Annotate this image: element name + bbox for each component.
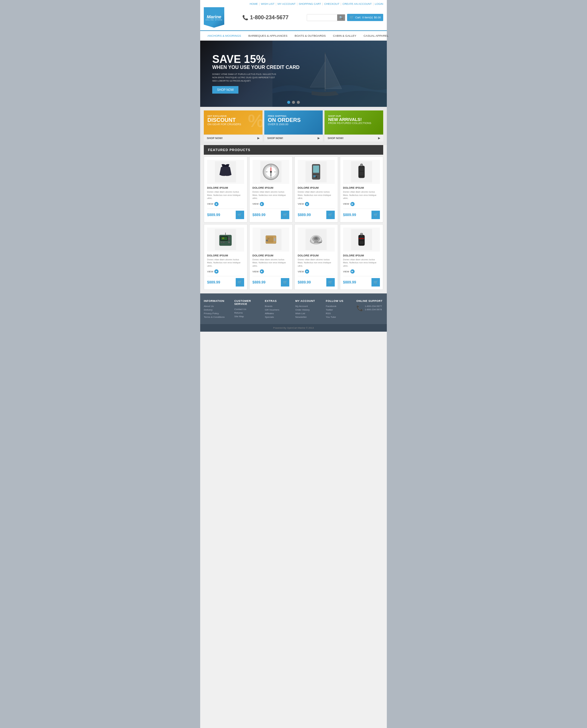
nav-anchors[interactable]: ANCHORS & MOORINGS bbox=[204, 31, 245, 40]
nav-wishlist[interactable]: WISH LIST bbox=[261, 2, 275, 5]
view-label-1: VIEW bbox=[207, 202, 213, 205]
svg-rect-16 bbox=[313, 166, 319, 173]
product-footer-4: $889.99 🛒 bbox=[343, 209, 380, 219]
product-view-7[interactable]: VIEW ▶ bbox=[298, 269, 335, 273]
product-name-1: DOLORE IPSUM bbox=[207, 186, 244, 189]
promo-arrivals-content: SHOP OUR NEW ARRIVALS! FROM FEATURED COL… bbox=[325, 111, 383, 135]
svg-text:16: 16 bbox=[222, 237, 224, 239]
cart-button[interactable]: 🛒 Cart: 0 item(s) $0.00 bbox=[347, 14, 383, 21]
footer-link-about[interactable]: About Us bbox=[204, 305, 231, 308]
promo-arrow-1: ▶ bbox=[257, 137, 259, 140]
nav-boats[interactable]: BOATS & OUTBOARDS bbox=[291, 31, 329, 40]
footer-phone-icon: 📞 bbox=[356, 305, 363, 312]
footer-link-sitemap[interactable]: Site Map bbox=[234, 315, 261, 318]
footer-col-extras: EXTRAS Brands Gift Vouchers Affiliates S… bbox=[265, 299, 292, 319]
footer-link-orderhistory[interactable]: Order History bbox=[295, 309, 322, 311]
footer-link-vouchers[interactable]: Gift Vouchers bbox=[265, 309, 292, 311]
product-desc-5: Donec vitae diam ulcorec luctus filisis.… bbox=[207, 258, 244, 268]
footer-link-newsletter[interactable]: Newsletter bbox=[295, 316, 322, 318]
search-input[interactable] bbox=[307, 15, 337, 21]
add-to-cart-button-6[interactable]: 🛒 bbox=[281, 278, 289, 287]
footer-title-information: INFORMATION bbox=[204, 299, 231, 302]
view-label-7: VIEW bbox=[298, 270, 304, 273]
hero-content: SAVE 15% WHEN YOU USE YOUR CREDIT CARD D… bbox=[200, 45, 311, 103]
footer-title-customer-service: CUSTOMER SERVICE bbox=[234, 299, 261, 306]
nav-cabin[interactable]: CABIN & GALLEY bbox=[329, 31, 360, 40]
product-card-3: DOLORE IPSUM Donec vitae diam ulcorec lu… bbox=[295, 156, 338, 222]
footer-link-returns[interactable]: Returns bbox=[234, 312, 261, 314]
nav-home[interactable]: HOME bbox=[250, 2, 258, 5]
product-view-1[interactable]: VIEW ▶ bbox=[207, 202, 244, 206]
add-to-cart-button-5[interactable]: 🛒 bbox=[236, 278, 244, 287]
svg-rect-34 bbox=[223, 242, 225, 243]
product-card-8: DOLORE IPSUM Donec vitae diam ulcorec lu… bbox=[340, 224, 383, 290]
product-price-3: $889.99 bbox=[298, 213, 311, 217]
footer-link-youtube[interactable]: You Tube bbox=[326, 316, 352, 318]
product-desc-4: Donec vitae diam ulcorec luctus filisis.… bbox=[343, 191, 380, 200]
footer-link-twitter[interactable]: Twitter bbox=[326, 309, 352, 311]
hero-cta-button[interactable]: SHOP NOW bbox=[212, 86, 238, 94]
view-icon-7: ▶ bbox=[305, 269, 309, 273]
footer-link-facebook[interactable]: Facebook bbox=[326, 305, 352, 308]
product-view-2[interactable]: VIEW ▶ bbox=[253, 202, 289, 206]
footer-link-delivery[interactable]: Delivery bbox=[204, 309, 231, 311]
footer-link-specials[interactable]: Specials bbox=[265, 316, 292, 318]
footer-link-brands[interactable]: Brands bbox=[265, 305, 292, 308]
hero-dot-2[interactable] bbox=[292, 101, 295, 104]
add-to-cart-button-2[interactable]: 🛒 bbox=[281, 211, 289, 219]
product-view-4[interactable]: VIEW ▶ bbox=[343, 202, 380, 206]
footer-phone-2: 1-800-234-5678 bbox=[365, 308, 382, 311]
svg-text:HARKEN: HARKEN bbox=[314, 241, 322, 243]
view-label-6: VIEW bbox=[253, 270, 259, 273]
product-name-2: DOLORE IPSUM bbox=[253, 186, 289, 189]
nav-myaccount[interactable]: MY ACCOUNT bbox=[278, 2, 296, 5]
nav-barbeques[interactable]: BARBEQUES & APPLIANCES bbox=[245, 31, 291, 40]
nav-create-account[interactable]: CREATE AN ACCOUNT bbox=[343, 2, 372, 5]
promo-shopnow-2[interactable]: SHOP NOW! ▶ bbox=[264, 135, 323, 142]
nav-apparel[interactable]: CASUAL APPAREL bbox=[360, 31, 392, 40]
nav-checkout[interactable]: CHECKOUT bbox=[324, 2, 339, 5]
site-logo[interactable]: Marine ONLINE STORE bbox=[204, 7, 224, 28]
svg-text:N: N bbox=[270, 165, 272, 167]
product-svg-block bbox=[351, 229, 372, 250]
promo-shopnow-label-2: SHOP NOW! bbox=[267, 137, 283, 140]
featured-header: FEATURED PRODUCTS bbox=[204, 145, 383, 155]
add-to-cart-button-8[interactable]: 🛒 bbox=[372, 278, 380, 287]
footer-col-customer-service: CUSTOMER SERVICE Contact Us Returns Site… bbox=[234, 299, 261, 319]
footer-link-affiliates[interactable]: Affiliates bbox=[265, 312, 292, 315]
hero-dot-3[interactable] bbox=[297, 101, 300, 104]
svg-rect-24 bbox=[359, 172, 363, 175]
hero-dot-1[interactable] bbox=[287, 101, 290, 104]
add-to-cart-button-1[interactable]: 🛒 bbox=[236, 211, 244, 219]
add-to-cart-button-4[interactable]: 🛒 bbox=[372, 211, 380, 219]
svg-rect-23 bbox=[359, 167, 363, 171]
footer-link-myaccount[interactable]: My Account bbox=[295, 305, 322, 308]
product-view-6[interactable]: VIEW ▶ bbox=[253, 269, 289, 273]
logo-tagline: ONLINE STORE bbox=[206, 19, 223, 21]
footer-link-rss[interactable]: RSS bbox=[326, 312, 352, 315]
promo-shopnow-3[interactable]: SHOP NOW! ▶ bbox=[325, 135, 383, 142]
promo-card-discount: % GET EXCLUSIVE DISCOUNT ON GEAR FOR CRU… bbox=[204, 111, 262, 142]
phone-icon: 📞 bbox=[242, 15, 248, 21]
product-svg-radio: 16 bbox=[215, 229, 236, 250]
view-icon-6: ▶ bbox=[260, 269, 264, 273]
hero-save-text: SAVE 15% bbox=[212, 54, 300, 65]
product-view-3[interactable]: VIEW ▶ bbox=[298, 202, 335, 206]
footer-link-terms[interactable]: Terms & Conditions bbox=[204, 316, 231, 318]
promo-shopnow-1[interactable]: SHOP NOW! ▶ bbox=[204, 135, 262, 142]
add-to-cart-button-3[interactable]: 🛒 bbox=[326, 211, 335, 219]
nav-cart[interactable]: SHOPPING CART bbox=[299, 2, 321, 5]
product-view-8[interactable]: VIEW ▶ bbox=[343, 269, 380, 273]
footer-link-privacy[interactable]: Privacy Policy bbox=[204, 312, 231, 315]
add-to-cart-button-7[interactable]: 🛒 bbox=[326, 278, 335, 287]
footer-link-wishlist[interactable]: Wish List bbox=[295, 312, 322, 315]
product-image-3 bbox=[298, 160, 335, 184]
product-view-5[interactable]: VIEW ▶ bbox=[207, 269, 244, 273]
svg-text:S: S bbox=[270, 176, 272, 178]
footer-link-contact[interactable]: Contact Us bbox=[234, 308, 261, 311]
svg-point-31 bbox=[228, 238, 230, 240]
footer-title-myaccount: MY ACCOUNT bbox=[295, 299, 322, 302]
nav-login[interactable]: LOGIN bbox=[375, 2, 383, 5]
search-button[interactable]: 🔍 bbox=[337, 15, 345, 21]
promo-card-arrivals: SHOP OUR NEW ARRIVALS! FROM FEATURED COL… bbox=[325, 111, 383, 142]
